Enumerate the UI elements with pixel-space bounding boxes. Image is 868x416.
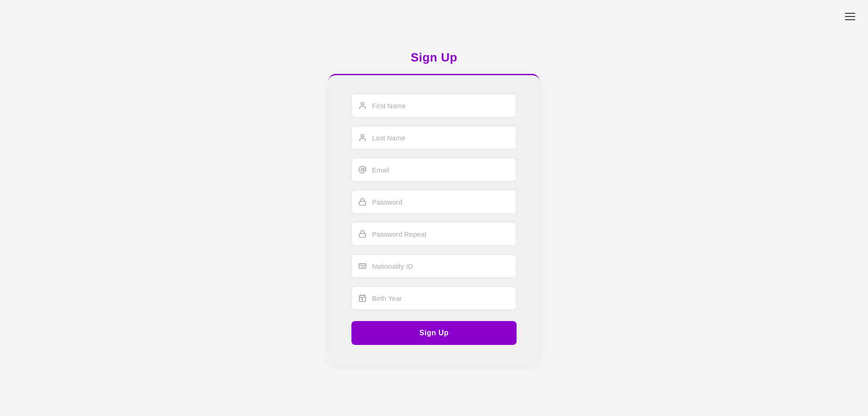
signup-form-card: Sign Up — [328, 74, 540, 366]
lock-icon — [358, 197, 367, 206]
signup-button[interactable]: Sign Up — [351, 321, 517, 345]
password-input[interactable] — [351, 190, 517, 214]
last-name-wrapper — [351, 126, 517, 150]
first-name-wrapper — [351, 94, 517, 117]
id-card-icon — [358, 261, 367, 271]
email-wrapper — [351, 158, 517, 182]
svg-rect-3 — [359, 201, 366, 205]
nationality-id-input[interactable] — [351, 254, 517, 278]
password-wrapper — [351, 190, 517, 214]
svg-point-0 — [361, 102, 364, 105]
birth-year-input[interactable] — [351, 286, 517, 310]
at-icon — [358, 165, 367, 174]
svg-point-2 — [361, 168, 364, 171]
person-icon-2 — [358, 133, 367, 142]
menu-icon[interactable] — [845, 13, 855, 20]
calendar-icon — [358, 294, 367, 303]
last-name-input[interactable] — [351, 126, 517, 150]
svg-rect-5 — [359, 264, 366, 269]
person-icon — [358, 101, 367, 110]
birth-year-wrapper — [351, 286, 517, 310]
svg-point-1 — [361, 134, 364, 137]
lock-icon-2 — [358, 229, 367, 239]
password-repeat-wrapper — [351, 222, 517, 246]
page-container: Sign Up — [328, 50, 540, 366]
page-title: Sign Up — [411, 50, 457, 65]
password-repeat-input[interactable] — [351, 222, 517, 246]
nationality-id-wrapper — [351, 254, 517, 278]
first-name-input[interactable] — [351, 94, 517, 117]
svg-rect-4 — [359, 233, 366, 237]
email-input[interactable] — [351, 158, 517, 182]
